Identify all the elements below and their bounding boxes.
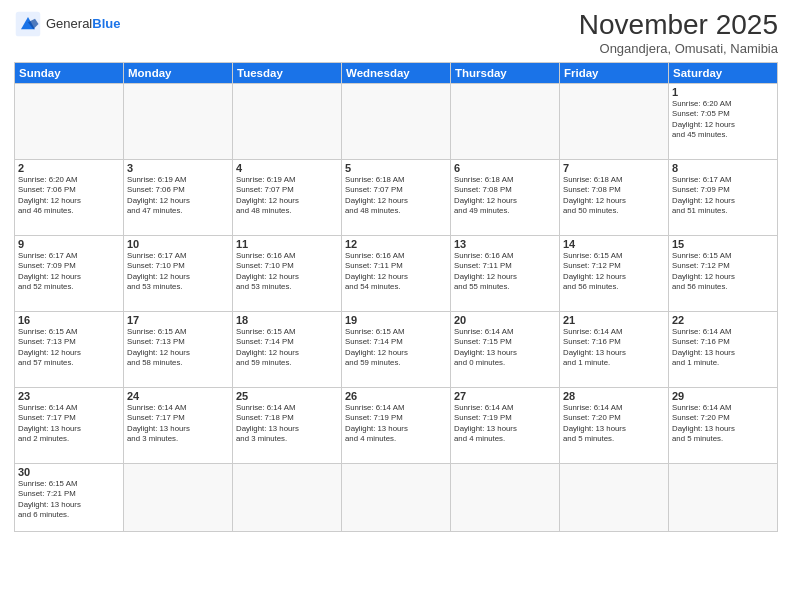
day-cell: 21Sunrise: 6:14 AMSunset: 7:16 PMDayligh… xyxy=(560,311,669,387)
logo-blue: Blue xyxy=(92,16,120,31)
day-number: 17 xyxy=(127,314,229,326)
day-header-friday: Friday xyxy=(560,62,669,83)
day-info: Sunrise: 6:15 AMSunset: 7:13 PMDaylight:… xyxy=(18,327,120,369)
day-header-wednesday: Wednesday xyxy=(342,62,451,83)
day-cell: 14Sunrise: 6:15 AMSunset: 7:12 PMDayligh… xyxy=(560,235,669,311)
day-cell: 10Sunrise: 6:17 AMSunset: 7:10 PMDayligh… xyxy=(124,235,233,311)
week-row-5: 23Sunrise: 6:14 AMSunset: 7:17 PMDayligh… xyxy=(15,387,778,463)
day-info: Sunrise: 6:17 AMSunset: 7:10 PMDaylight:… xyxy=(127,251,229,293)
day-cell: 25Sunrise: 6:14 AMSunset: 7:18 PMDayligh… xyxy=(233,387,342,463)
day-number: 13 xyxy=(454,238,556,250)
day-cell: 1Sunrise: 6:20 AMSunset: 7:05 PMDaylight… xyxy=(669,83,778,159)
day-number: 1 xyxy=(672,86,774,98)
month-title: November 2025 xyxy=(579,10,778,41)
day-info: Sunrise: 6:16 AMSunset: 7:11 PMDaylight:… xyxy=(454,251,556,293)
header: GeneralBlue November 2025 Ongandjera, Om… xyxy=(14,10,778,56)
day-number: 10 xyxy=(127,238,229,250)
day-number: 25 xyxy=(236,390,338,402)
day-number: 18 xyxy=(236,314,338,326)
day-number: 30 xyxy=(18,466,120,478)
day-cell: 15Sunrise: 6:15 AMSunset: 7:12 PMDayligh… xyxy=(669,235,778,311)
day-cell xyxy=(342,463,451,531)
day-number: 29 xyxy=(672,390,774,402)
day-info: Sunrise: 6:19 AMSunset: 7:07 PMDaylight:… xyxy=(236,175,338,217)
day-cell xyxy=(124,83,233,159)
day-info: Sunrise: 6:16 AMSunset: 7:11 PMDaylight:… xyxy=(345,251,447,293)
day-cell: 6Sunrise: 6:18 AMSunset: 7:08 PMDaylight… xyxy=(451,159,560,235)
day-info: Sunrise: 6:14 AMSunset: 7:19 PMDaylight:… xyxy=(345,403,447,445)
day-info: Sunrise: 6:14 AMSunset: 7:16 PMDaylight:… xyxy=(563,327,665,369)
day-info: Sunrise: 6:14 AMSunset: 7:19 PMDaylight:… xyxy=(454,403,556,445)
day-header-sunday: Sunday xyxy=(15,62,124,83)
day-header-tuesday: Tuesday xyxy=(233,62,342,83)
subtitle: Ongandjera, Omusati, Namibia xyxy=(579,41,778,56)
day-number: 23 xyxy=(18,390,120,402)
day-info: Sunrise: 6:15 AMSunset: 7:12 PMDaylight:… xyxy=(563,251,665,293)
day-cell: 26Sunrise: 6:14 AMSunset: 7:19 PMDayligh… xyxy=(342,387,451,463)
logo-icon xyxy=(14,10,42,38)
logo-general: General xyxy=(46,16,92,31)
day-info: Sunrise: 6:15 AMSunset: 7:14 PMDaylight:… xyxy=(345,327,447,369)
day-info: Sunrise: 6:15 AMSunset: 7:21 PMDaylight:… xyxy=(18,479,120,521)
day-header-thursday: Thursday xyxy=(451,62,560,83)
day-number: 27 xyxy=(454,390,556,402)
day-info: Sunrise: 6:15 AMSunset: 7:13 PMDaylight:… xyxy=(127,327,229,369)
day-info: Sunrise: 6:14 AMSunset: 7:18 PMDaylight:… xyxy=(236,403,338,445)
day-cell xyxy=(451,83,560,159)
logo-text: GeneralBlue xyxy=(46,16,120,32)
day-cell xyxy=(233,83,342,159)
day-info: Sunrise: 6:17 AMSunset: 7:09 PMDaylight:… xyxy=(18,251,120,293)
day-cell: 16Sunrise: 6:15 AMSunset: 7:13 PMDayligh… xyxy=(15,311,124,387)
day-cell: 8Sunrise: 6:17 AMSunset: 7:09 PMDaylight… xyxy=(669,159,778,235)
day-cell xyxy=(124,463,233,531)
day-number: 12 xyxy=(345,238,447,250)
day-number: 15 xyxy=(672,238,774,250)
logo: GeneralBlue xyxy=(14,10,120,38)
day-number: 22 xyxy=(672,314,774,326)
day-info: Sunrise: 6:14 AMSunset: 7:20 PMDaylight:… xyxy=(563,403,665,445)
day-cell xyxy=(15,83,124,159)
day-number: 8 xyxy=(672,162,774,174)
day-number: 16 xyxy=(18,314,120,326)
day-cell xyxy=(233,463,342,531)
day-cell: 24Sunrise: 6:14 AMSunset: 7:17 PMDayligh… xyxy=(124,387,233,463)
day-number: 3 xyxy=(127,162,229,174)
day-info: Sunrise: 6:20 AMSunset: 7:06 PMDaylight:… xyxy=(18,175,120,217)
day-header-saturday: Saturday xyxy=(669,62,778,83)
day-cell: 29Sunrise: 6:14 AMSunset: 7:20 PMDayligh… xyxy=(669,387,778,463)
day-cell: 17Sunrise: 6:15 AMSunset: 7:13 PMDayligh… xyxy=(124,311,233,387)
day-cell: 12Sunrise: 6:16 AMSunset: 7:11 PMDayligh… xyxy=(342,235,451,311)
day-cell: 30Sunrise: 6:15 AMSunset: 7:21 PMDayligh… xyxy=(15,463,124,531)
day-number: 24 xyxy=(127,390,229,402)
calendar-header-row: SundayMondayTuesdayWednesdayThursdayFrid… xyxy=(15,62,778,83)
day-number: 14 xyxy=(563,238,665,250)
page: GeneralBlue November 2025 Ongandjera, Om… xyxy=(0,0,792,612)
day-cell xyxy=(560,83,669,159)
day-cell: 3Sunrise: 6:19 AMSunset: 7:06 PMDaylight… xyxy=(124,159,233,235)
day-cell: 2Sunrise: 6:20 AMSunset: 7:06 PMDaylight… xyxy=(15,159,124,235)
day-info: Sunrise: 6:18 AMSunset: 7:08 PMDaylight:… xyxy=(563,175,665,217)
day-number: 11 xyxy=(236,238,338,250)
day-info: Sunrise: 6:14 AMSunset: 7:16 PMDaylight:… xyxy=(672,327,774,369)
day-number: 28 xyxy=(563,390,665,402)
title-area: November 2025 Ongandjera, Omusati, Namib… xyxy=(579,10,778,56)
day-info: Sunrise: 6:15 AMSunset: 7:12 PMDaylight:… xyxy=(672,251,774,293)
day-number: 21 xyxy=(563,314,665,326)
day-cell: 23Sunrise: 6:14 AMSunset: 7:17 PMDayligh… xyxy=(15,387,124,463)
day-info: Sunrise: 6:19 AMSunset: 7:06 PMDaylight:… xyxy=(127,175,229,217)
day-cell xyxy=(342,83,451,159)
day-number: 2 xyxy=(18,162,120,174)
day-cell: 4Sunrise: 6:19 AMSunset: 7:07 PMDaylight… xyxy=(233,159,342,235)
day-cell: 7Sunrise: 6:18 AMSunset: 7:08 PMDaylight… xyxy=(560,159,669,235)
day-number: 5 xyxy=(345,162,447,174)
day-number: 20 xyxy=(454,314,556,326)
day-number: 19 xyxy=(345,314,447,326)
day-info: Sunrise: 6:18 AMSunset: 7:08 PMDaylight:… xyxy=(454,175,556,217)
week-row-4: 16Sunrise: 6:15 AMSunset: 7:13 PMDayligh… xyxy=(15,311,778,387)
day-cell: 11Sunrise: 6:16 AMSunset: 7:10 PMDayligh… xyxy=(233,235,342,311)
day-number: 7 xyxy=(563,162,665,174)
day-cell: 22Sunrise: 6:14 AMSunset: 7:16 PMDayligh… xyxy=(669,311,778,387)
day-cell: 13Sunrise: 6:16 AMSunset: 7:11 PMDayligh… xyxy=(451,235,560,311)
day-cell: 19Sunrise: 6:15 AMSunset: 7:14 PMDayligh… xyxy=(342,311,451,387)
day-number: 9 xyxy=(18,238,120,250)
